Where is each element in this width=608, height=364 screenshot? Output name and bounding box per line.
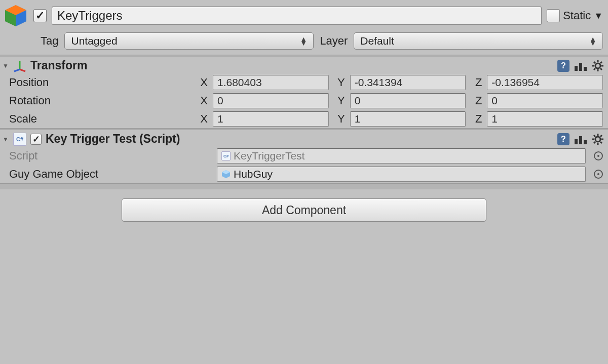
tag-label: Tag xyxy=(41,34,58,48)
svg-line-24 xyxy=(600,135,602,137)
guy-gameobject-field[interactable]: HubGuy xyxy=(217,167,586,182)
script-icon: C# xyxy=(13,133,26,146)
svg-point-16 xyxy=(595,137,600,142)
svg-line-6 xyxy=(14,69,20,71)
preset-icon[interactable] xyxy=(575,61,587,71)
transform-title: Transform xyxy=(30,59,553,72)
gameobject-name-input[interactable] xyxy=(52,7,542,25)
position-z-input[interactable] xyxy=(487,75,603,90)
svg-line-22 xyxy=(600,142,602,143)
static-label: Static xyxy=(563,9,591,22)
active-checkbox[interactable]: ✓ xyxy=(33,9,47,22)
svg-line-23 xyxy=(594,142,595,143)
svg-line-5 xyxy=(20,69,25,71)
script-mini-icon: C# xyxy=(221,151,231,160)
help-icon[interactable]: ? xyxy=(557,60,569,72)
svg-line-12 xyxy=(594,62,595,63)
scale-y-input[interactable] xyxy=(350,111,466,127)
position-y-input[interactable] xyxy=(350,75,466,90)
axis-z-label[interactable]: Z xyxy=(471,76,482,89)
rotation-z-input[interactable] xyxy=(487,93,603,108)
transform-foldout[interactable] xyxy=(2,62,9,69)
axis-y-label[interactable]: Y xyxy=(334,76,345,89)
script-component-title: Key Trigger Test (Script) xyxy=(46,132,553,146)
svg-line-13 xyxy=(600,68,602,70)
script-foldout[interactable] xyxy=(2,136,9,143)
axis-x-label[interactable]: X xyxy=(197,76,208,89)
gameobject-mini-icon xyxy=(221,170,231,179)
transform-icon xyxy=(13,59,26,72)
position-x-input[interactable] xyxy=(213,75,329,90)
script-object-field: C# KeyTriggerTest xyxy=(217,148,586,164)
scale-label: Scale xyxy=(9,112,192,126)
rotation-label: Rotation xyxy=(9,94,192,107)
gear-icon[interactable] xyxy=(592,133,604,145)
svg-point-7 xyxy=(595,63,600,68)
position-label: Position xyxy=(9,76,192,89)
preset-icon[interactable] xyxy=(575,134,587,144)
rotation-y-input[interactable] xyxy=(350,93,466,108)
svg-line-15 xyxy=(600,62,602,63)
layer-dropdown[interactable]: Default ▲▼ xyxy=(354,32,603,50)
script-enabled-checkbox[interactable]: ✓ xyxy=(30,134,42,145)
script-field-label: Script xyxy=(9,149,212,163)
rotation-x-input[interactable] xyxy=(213,93,329,108)
layer-label: Layer xyxy=(320,34,348,48)
svg-line-14 xyxy=(594,68,595,70)
static-checkbox[interactable] xyxy=(547,9,560,22)
add-component-button[interactable]: Add Component xyxy=(122,198,486,222)
scale-x-input[interactable] xyxy=(213,111,329,127)
guy-gameobject-label: Guy Game Object xyxy=(9,168,212,181)
help-icon[interactable]: ? xyxy=(557,133,569,145)
scale-z-input[interactable] xyxy=(487,111,603,127)
gear-icon[interactable] xyxy=(592,60,604,72)
gameobject-icon xyxy=(3,3,28,28)
tag-dropdown[interactable]: Untagged ▲▼ xyxy=(64,32,314,50)
svg-line-21 xyxy=(594,135,595,137)
static-dropdown-arrow[interactable]: ▼ xyxy=(594,11,603,21)
script-picker[interactable] xyxy=(594,151,603,160)
guy-gameobject-picker[interactable] xyxy=(594,170,603,179)
